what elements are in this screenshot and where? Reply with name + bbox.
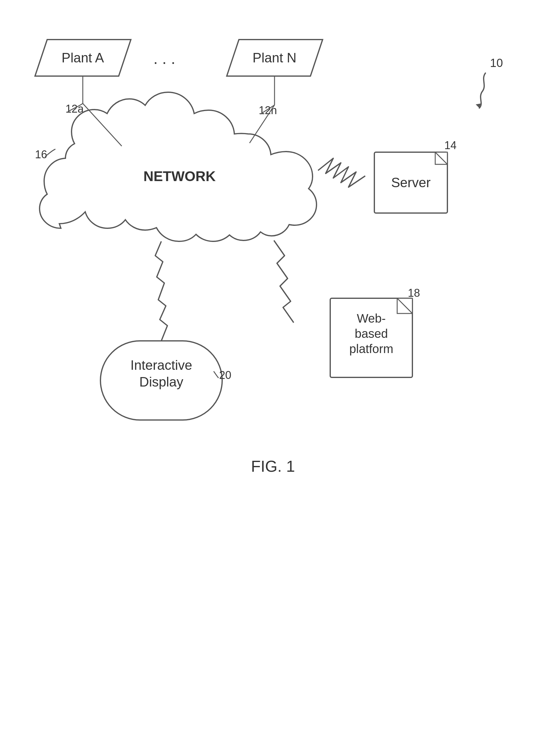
ref-20: 20 <box>219 369 231 381</box>
ref-16: 16 <box>35 148 47 161</box>
ref-10-label: 10 <box>490 57 503 69</box>
figure-label: FIG. 1 <box>251 457 295 475</box>
interactive-display-label-line1: Interactive <box>131 358 192 373</box>
plant-a-label: Plant A <box>61 50 104 65</box>
network-label: NETWORK <box>143 168 216 184</box>
web-platform-label-line1: Web- <box>357 312 386 325</box>
server-label: Server <box>391 175 431 190</box>
ref-14: 14 <box>444 139 457 152</box>
web-platform-label-line3: platform <box>349 342 394 355</box>
plant-n-node: Plant N <box>227 40 323 76</box>
web-platform-node: Web- based platform <box>330 298 412 377</box>
plant-n-label: Plant N <box>253 50 296 65</box>
ellipsis-dots: . . . <box>153 50 175 67</box>
interactive-display-node: Interactive Display <box>100 341 222 420</box>
web-platform-label-line2: based <box>355 327 388 340</box>
diagram-container: 10 Plant A 12a Plant N 12n . . . 16 <box>0 0 546 756</box>
server-node: Server <box>374 152 447 213</box>
interactive-display-label-line2: Display <box>139 374 183 389</box>
ref-18: 18 <box>408 287 420 299</box>
plant-a-node: Plant A <box>35 40 131 76</box>
